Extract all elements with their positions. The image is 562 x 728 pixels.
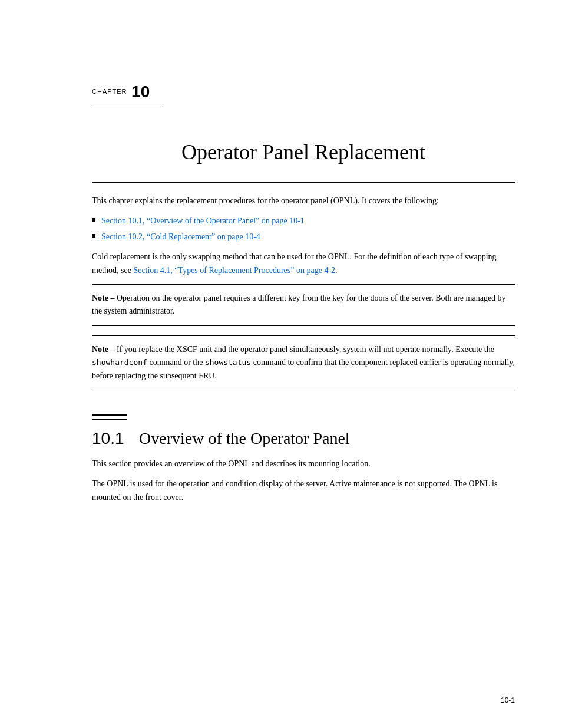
intro-paragraph1: This chapter explains the replacement pr… bbox=[92, 195, 515, 207]
section-thin-rule bbox=[92, 419, 127, 420]
page: Chapter 10 Operator Panel Replacement Th… bbox=[0, 0, 562, 728]
chapter-label: Chapter bbox=[92, 88, 127, 95]
section-101-number: 10.1 bbox=[92, 429, 127, 448]
section101-paragraph1: This section provides an overview of the… bbox=[92, 457, 515, 470]
chapter-number: 10 bbox=[131, 83, 150, 101]
note-box-1: Note – Operation on the operator panel r… bbox=[92, 284, 515, 326]
note2-part2: command or the bbox=[147, 358, 205, 367]
note2-text: Note – If you replace the XSCF unit and … bbox=[92, 343, 515, 383]
section101-paragraph2: The OPNL is used for the operation and c… bbox=[92, 477, 515, 504]
bullet-icon bbox=[92, 218, 95, 222]
note-box-2: Note – If you replace the XSCF unit and … bbox=[92, 335, 515, 390]
chapter-header: Chapter 10 bbox=[92, 83, 515, 104]
list-item: Section 10.2, “Cold Replacement” on page… bbox=[92, 230, 515, 243]
note2-code2: showstatus bbox=[205, 358, 251, 367]
section-101-title: Overview of the Operator Panel bbox=[139, 429, 350, 448]
bullet-icon bbox=[92, 234, 95, 238]
chapter-label-row: Chapter 10 bbox=[92, 83, 515, 101]
page-number: 10-1 bbox=[501, 696, 515, 704]
note2-label: Note – bbox=[92, 345, 115, 354]
note2-part1: If you replace the XSCF unit and the ope… bbox=[117, 345, 494, 354]
chapter-rule bbox=[92, 104, 163, 104]
section-link-101[interactable]: Section 10.1, “Overview of the Operator … bbox=[101, 215, 305, 228]
note2-code1: showhardconf bbox=[92, 358, 147, 367]
main-divider-top bbox=[92, 182, 515, 183]
content-area: Chapter 10 Operator Panel Replacement Th… bbox=[92, 0, 515, 504]
note1-content: Operation on the operator panel requires… bbox=[92, 294, 506, 315]
note1-text: Note – Operation on the operator panel r… bbox=[92, 292, 515, 318]
bullet-list: Section 10.1, “Overview of the Operator … bbox=[92, 215, 515, 243]
section-rules bbox=[92, 414, 515, 420]
intro-paragraph2: Cold replacement is the only swapping me… bbox=[92, 251, 515, 277]
note1-label: Note – bbox=[92, 294, 115, 302]
section-thick-rule bbox=[92, 414, 127, 416]
types-link[interactable]: Section 4.1, “Types of Replacement Proce… bbox=[133, 266, 335, 275]
section-101-heading: 10.1 Overview of the Operator Panel bbox=[92, 429, 515, 448]
chapter-title: Operator Panel Replacement bbox=[92, 140, 515, 164]
section-link-102[interactable]: Section 10.2, “Cold Replacement” on page… bbox=[101, 230, 260, 243]
list-item: Section 10.1, “Overview of the Operator … bbox=[92, 215, 515, 228]
